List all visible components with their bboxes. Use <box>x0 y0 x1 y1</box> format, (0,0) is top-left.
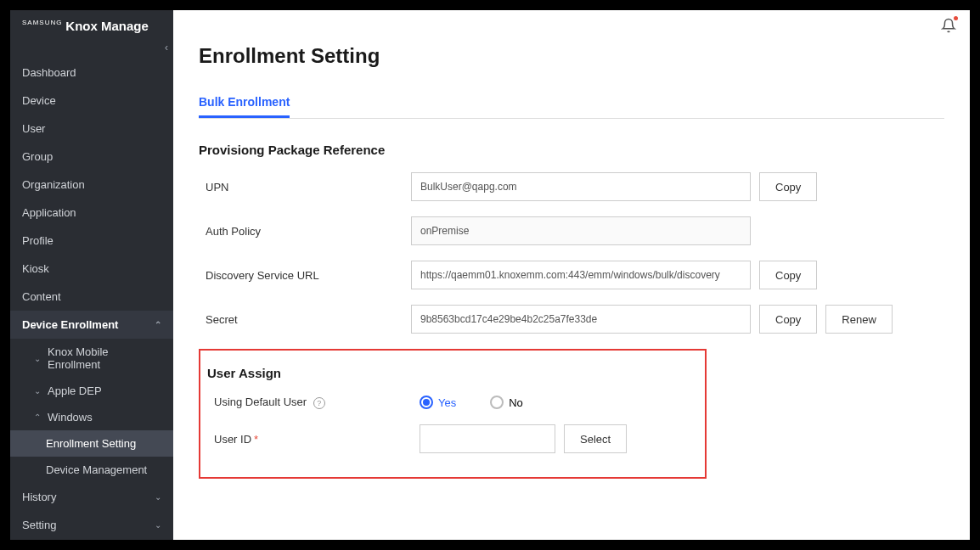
label-user-id: User ID* <box>207 433 420 446</box>
sidebar-item-kiosk[interactable]: Kiosk <box>10 255 173 283</box>
sidebar-item-profile[interactable]: Profile <box>10 227 173 255</box>
label-upn: UPN <box>199 181 411 194</box>
main-panel: Enrollment Setting Bulk Enrollment Provi… <box>173 10 970 540</box>
input-upn[interactable] <box>411 172 751 201</box>
topbar <box>173 10 970 44</box>
sidebar-item-device-enrollment[interactable]: Device Enrollment ⌃ <box>10 311 173 339</box>
brand-name: Knox Manage <box>65 19 149 33</box>
row-secret: Secret Copy Renew <box>199 305 944 334</box>
sidebar-item-dashboard[interactable]: Dashboard <box>10 59 173 87</box>
label-auth-policy: Auth Policy <box>199 225 411 238</box>
chevron-down-icon: ⌄ <box>155 492 161 502</box>
section-provisioning-title: Provisiong Package Reference <box>199 143 944 157</box>
copy-upn-button[interactable]: Copy <box>759 172 817 201</box>
input-secret[interactable] <box>411 305 751 334</box>
tab-bulk-enrollment[interactable]: Bulk Enrollment <box>199 88 290 118</box>
select-user-button[interactable]: Select <box>564 424 627 453</box>
chevron-up-icon: ⌃ <box>155 320 161 329</box>
sidebar-item-application[interactable]: Application <box>10 199 173 227</box>
row-discovery-url: Discovery Service URL Copy <box>199 261 944 289</box>
input-user-id[interactable] <box>420 424 555 453</box>
sidebar-nav: Dashboard Device User Group Organization… <box>10 59 173 540</box>
tabs: Bulk Enrollment <box>199 88 944 119</box>
sidebar-sub2-enrollment-setting[interactable]: Enrollment Setting <box>10 430 173 457</box>
row-upn: UPN Copy <box>199 172 944 201</box>
row-user-id: User ID* Select <box>207 424 698 453</box>
sidebar-item-user[interactable]: User <box>10 115 173 143</box>
sidebar-collapse-row: ‹ <box>10 40 173 59</box>
sidebar-sub2-device-management[interactable]: Device Management <box>10 457 173 483</box>
input-auth-policy[interactable] <box>411 216 751 245</box>
brand-logo: SAMSUNG Knox Manage <box>10 10 173 40</box>
copy-discovery-button[interactable]: Copy <box>759 261 817 289</box>
radio-no[interactable]: No <box>490 396 523 409</box>
row-using-default-user: Using Default User ? Yes No <box>207 396 698 409</box>
sidebar-item-device[interactable]: Device <box>10 87 173 115</box>
required-icon: * <box>254 433 258 446</box>
chevron-down-icon: ⌄ <box>155 520 161 530</box>
radio-circle-icon <box>420 396 433 409</box>
notification-bell-icon[interactable] <box>941 18 956 36</box>
user-assign-highlight: User Assign Using Default User ? Yes <box>199 349 707 479</box>
radio-circle-icon <box>490 396 504 409</box>
sidebar-item-organization[interactable]: Organization <box>10 171 173 199</box>
sidebar-sub-apple-dep[interactable]: ⌄ Apple DEP <box>10 378 173 404</box>
sidebar-sub-windows[interactable]: ⌃ Windows <box>10 404 173 430</box>
collapse-sidebar-icon[interactable]: ‹ <box>165 42 168 53</box>
page-title: Enrollment Setting <box>199 44 944 68</box>
renew-secret-button[interactable]: Renew <box>825 305 892 334</box>
sidebar-item-group[interactable]: Group <box>10 143 173 171</box>
radio-yes[interactable]: Yes <box>420 396 456 409</box>
app-frame: SAMSUNG Knox Manage ‹ Dashboard Device U… <box>10 10 970 540</box>
label-discovery-url: Discovery Service URL <box>199 269 411 282</box>
sidebar: SAMSUNG Knox Manage ‹ Dashboard Device U… <box>10 10 173 540</box>
sidebar-sub-knox-mobile-enrollment[interactable]: ⌄ Knox Mobile Enrollment <box>10 339 173 378</box>
sidebar-item-setting[interactable]: Setting ⌄ <box>10 511 173 539</box>
section-user-assign-title: User Assign <box>207 366 698 380</box>
chevron-up-icon: ⌃ <box>34 412 41 422</box>
sidebar-item-history[interactable]: History ⌄ <box>10 483 173 511</box>
chevron-down-icon: ⌄ <box>34 386 41 396</box>
label-using-default-user: Using Default User ? <box>207 396 420 409</box>
row-auth-policy: Auth Policy <box>199 216 944 245</box>
label-secret: Secret <box>199 313 411 326</box>
content-area: Enrollment Setting Bulk Enrollment Provi… <box>173 44 970 540</box>
help-icon[interactable]: ? <box>313 397 325 409</box>
sidebar-item-content[interactable]: Content <box>10 283 173 311</box>
radio-group-default-user: Yes No <box>420 396 523 409</box>
chevron-down-icon: ⌄ <box>34 354 41 363</box>
input-discovery-url[interactable] <box>411 261 751 289</box>
copy-secret-button[interactable]: Copy <box>759 305 817 334</box>
brand-prefix: SAMSUNG <box>22 19 62 26</box>
